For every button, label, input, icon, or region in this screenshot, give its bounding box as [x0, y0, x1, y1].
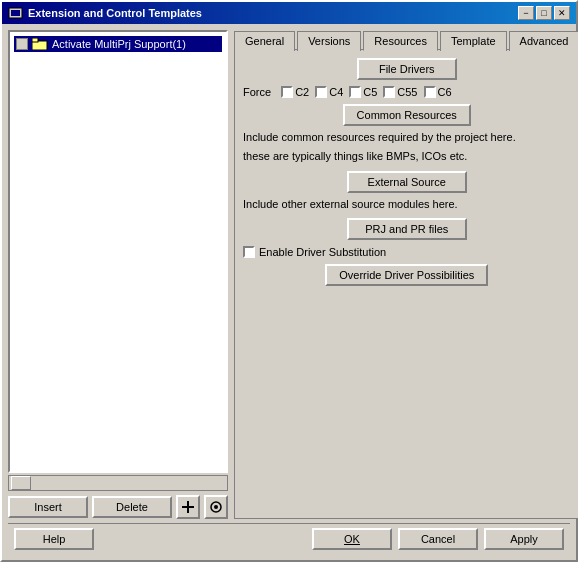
- footer-bar: Help OK Cancel Apply: [8, 523, 570, 554]
- common-resources-button[interactable]: Common Resources: [343, 104, 471, 126]
- title-bar: Extension and Control Templates − □ ✕: [2, 2, 576, 24]
- close-button[interactable]: ✕: [554, 6, 570, 20]
- ok-button[interactable]: OK: [312, 528, 392, 550]
- external-source-desc: Include other external source modules he…: [243, 197, 571, 212]
- tree-item[interactable]: Activate MultiPrj Support(1): [14, 36, 222, 52]
- force-c2: C2: [281, 86, 309, 98]
- window-body: Activate MultiPrj Support(1) Insert Dele…: [2, 24, 576, 560]
- force-c5: C5: [349, 86, 377, 98]
- common-resources-section: Common Resources Include common resource…: [243, 104, 571, 165]
- external-source-button[interactable]: External Source: [347, 171, 467, 193]
- add-icon: [181, 500, 195, 514]
- maximize-button[interactable]: □: [536, 6, 552, 20]
- bottom-buttons: Insert Delete: [8, 495, 228, 519]
- force-c2-label: C2: [295, 86, 309, 98]
- delete-button[interactable]: Delete: [92, 496, 172, 518]
- external-source-section: External Source Include other external s…: [243, 171, 571, 212]
- svg-point-7: [214, 505, 218, 509]
- file-drivers-section: File Drivers: [243, 58, 571, 80]
- title-bar-left: Extension and Control Templates: [8, 5, 202, 21]
- force-c55-label: C55: [397, 86, 417, 98]
- apply-button[interactable]: Apply: [484, 528, 564, 550]
- tree-checkbox[interactable]: [16, 38, 28, 50]
- main-window: Extension and Control Templates − □ ✕: [0, 0, 578, 562]
- folder-icon: [32, 38, 48, 50]
- insert-button[interactable]: Insert: [8, 496, 88, 518]
- common-resources-desc2: these are typically things like BMPs, IC…: [243, 149, 571, 164]
- tab-template[interactable]: Template: [440, 31, 507, 51]
- left-panel: Activate MultiPrj Support(1) Insert Dele…: [8, 30, 228, 519]
- scroll-thumb[interactable]: [11, 476, 31, 490]
- icon-button-1[interactable]: [176, 495, 200, 519]
- tab-content-resources: File Drivers Force C2 C4: [234, 49, 578, 519]
- cancel-button[interactable]: Cancel: [398, 528, 478, 550]
- force-c6-checkbox[interactable]: [424, 86, 436, 98]
- right-panel: General Versions Resources Template Adva…: [234, 30, 578, 519]
- tree-view[interactable]: Activate MultiPrj Support(1): [8, 30, 228, 473]
- force-row: Force C2 C4 C5: [243, 86, 571, 98]
- force-c4-checkbox[interactable]: [315, 86, 327, 98]
- force-c55: C55: [383, 86, 417, 98]
- force-c5-label: C5: [363, 86, 377, 98]
- svg-rect-1: [11, 10, 20, 16]
- force-c4: C4: [315, 86, 343, 98]
- force-c2-checkbox[interactable]: [281, 86, 293, 98]
- title-buttons: − □ ✕: [518, 6, 570, 20]
- tab-general[interactable]: General: [234, 31, 295, 51]
- common-resources-desc1: Include common resources required by the…: [243, 130, 571, 145]
- main-content: Activate MultiPrj Support(1) Insert Dele…: [8, 30, 570, 519]
- tab-advanced[interactable]: Advanced: [509, 31, 578, 51]
- force-c5-checkbox[interactable]: [349, 86, 361, 98]
- common-resources-btn-container: Common Resources: [243, 104, 571, 126]
- file-drivers-button[interactable]: File Drivers: [357, 58, 457, 80]
- override-driver-section: Override Driver Possibilities: [243, 264, 571, 286]
- override-driver-button[interactable]: Override Driver Possibilities: [325, 264, 488, 286]
- tab-versions[interactable]: Versions: [297, 31, 361, 51]
- force-c6: C6: [424, 86, 452, 98]
- icon-button-2[interactable]: [204, 495, 228, 519]
- enable-driver-checkbox[interactable]: [243, 246, 255, 258]
- prj-pr-button[interactable]: PRJ and PR files: [347, 218, 467, 240]
- prj-pr-section: PRJ and PR files: [243, 218, 571, 240]
- enable-driver-row: Enable Driver Substitution: [243, 246, 571, 258]
- force-c6-label: C6: [438, 86, 452, 98]
- horizontal-scrollbar[interactable]: [8, 475, 228, 491]
- tab-resources[interactable]: Resources: [363, 31, 438, 51]
- footer-left: Help: [14, 528, 94, 550]
- footer-right: OK Cancel Apply: [312, 528, 564, 550]
- tree-item-label: Activate MultiPrj Support(1): [52, 38, 186, 50]
- force-c4-label: C4: [329, 86, 343, 98]
- help-button[interactable]: Help: [14, 528, 94, 550]
- force-c55-checkbox[interactable]: [383, 86, 395, 98]
- tab-bar: General Versions Resources Template Adva…: [234, 30, 578, 50]
- window-title: Extension and Control Templates: [28, 7, 202, 19]
- svg-rect-3: [32, 38, 38, 42]
- settings-icon: [209, 500, 223, 514]
- enable-driver-label: Enable Driver Substitution: [259, 246, 386, 258]
- external-source-btn-container: External Source: [243, 171, 571, 193]
- force-label: Force: [243, 86, 271, 98]
- app-icon: [8, 5, 24, 21]
- minimize-button[interactable]: −: [518, 6, 534, 20]
